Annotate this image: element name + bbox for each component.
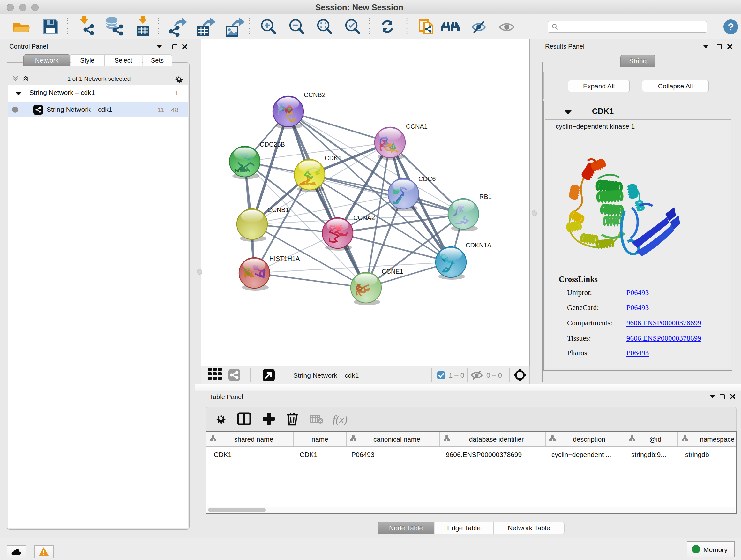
svg-text:@id: @id [650,435,662,443]
svg-text:stringdb:9...: stringdb:9... [631,451,666,458]
svg-text:CDK1: CDK1 [300,451,318,458]
svg-text:canonical name: canonical name [374,435,420,443]
svg-text:stringdb: stringdb [685,451,709,458]
svg-text:cyclin−dependent ...: cyclin−dependent ... [551,451,611,458]
svg-text:9606.ENSP00000378699: 9606.ENSP00000378699 [446,451,522,458]
svg-text:description: description [573,435,605,443]
svg-text:CDK1: CDK1 [214,451,232,458]
svg-text:namespace: namespace [700,435,735,443]
svg-text:P06493: P06493 [351,451,374,458]
svg-text:name: name [312,435,328,443]
svg-text:database identifier: database identifier [469,435,524,443]
svg-text:shared name: shared name [234,435,273,443]
